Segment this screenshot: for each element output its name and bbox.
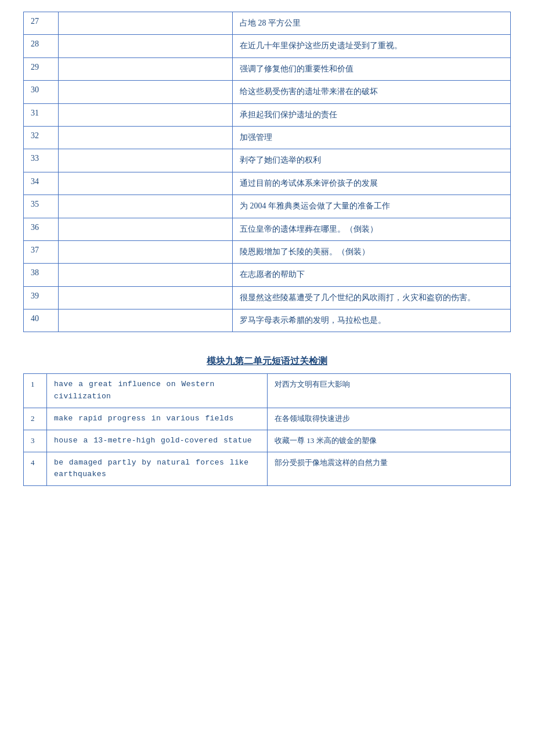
row-number: 40 — [24, 309, 59, 332]
main-table: 27占地 28 平方公里28在近几十年里保护这些历史遗址受到了重视。29强调了修… — [23, 12, 511, 332]
table-row: 40罗马字母表示希腊的发明，马拉松也是。 — [24, 309, 511, 332]
table-row: 33剥夺了她们选举的权利 — [24, 149, 511, 172]
row-english — [59, 35, 233, 57]
phrase-row-english: have a great influence on Western civili… — [47, 374, 268, 408]
phrase-row-chinese: 对西方文明有巨大影响 — [268, 374, 511, 408]
phrase-row-number: 4 — [24, 452, 47, 486]
row-chinese: 强调了修复他们的重要性和价值 — [233, 57, 511, 80]
row-chinese: 很显然这些陵墓遭受了几个世纪的风吹雨打，火灾和盗窃的伤害。 — [233, 286, 511, 309]
table-row: 31承担起我们保护遗址的责任 — [24, 103, 511, 126]
row-number: 38 — [24, 264, 59, 286]
row-chinese: 占地 28 平方公里 — [233, 12, 511, 35]
row-english — [59, 264, 233, 286]
row-number: 32 — [24, 126, 59, 149]
phrase-row: 2make rapid progress in various fields在各… — [24, 408, 511, 430]
table-row: 35为 2004 年雅典奥运会做了大量的准备工作 — [24, 195, 511, 218]
row-chinese: 罗马字母表示希腊的发明，马拉松也是。 — [233, 309, 511, 332]
table-row: 38在志愿者的帮助下 — [24, 264, 511, 286]
row-chinese: 陵恩殿增加了长陵的美丽。（倒装） — [233, 240, 511, 263]
row-english — [59, 286, 233, 309]
phrase-row-english: house a 13-metre-high gold-covered statu… — [47, 430, 268, 452]
phrase-row-chinese: 收藏一尊 13 米高的镀金的塑像 — [268, 430, 511, 452]
phrase-row: 3house a 13-metre-high gold-covered stat… — [24, 430, 511, 452]
row-number: 27 — [24, 12, 59, 35]
section-title: 模块九第二单元短语过关检测 — [23, 355, 511, 368]
phrase-row-number: 2 — [24, 408, 47, 430]
table-row: 36五位皇帝的遗体埋葬在哪里。（倒装） — [24, 218, 511, 240]
row-number: 36 — [24, 218, 59, 240]
row-chinese: 给这些易受伤害的遗址带来潜在的破坏 — [233, 81, 511, 103]
row-number: 29 — [24, 57, 59, 80]
row-english — [59, 149, 233, 172]
row-english — [59, 218, 233, 240]
row-english — [59, 103, 233, 126]
table-row: 29强调了修复他们的重要性和价值 — [24, 57, 511, 80]
row-number: 37 — [24, 240, 59, 263]
row-english — [59, 12, 233, 35]
row-number: 35 — [24, 195, 59, 218]
table-row: 28在近几十年里保护这些历史遗址受到了重视。 — [24, 35, 511, 57]
row-english — [59, 172, 233, 195]
row-number: 30 — [24, 81, 59, 103]
phrase-row-chinese: 在各领域取得快速进步 — [268, 408, 511, 430]
row-chinese: 通过目前的考试体系来评价孩子的发展 — [233, 172, 511, 195]
row-english — [59, 57, 233, 80]
table-row: 39很显然这些陵墓遭受了几个世纪的风吹雨打，火灾和盗窃的伤害。 — [24, 286, 511, 309]
row-chinese: 在近几十年里保护这些历史遗址受到了重视。 — [233, 35, 511, 57]
table-row: 37陵恩殿增加了长陵的美丽。（倒装） — [24, 240, 511, 263]
table-row: 34通过目前的考试体系来评价孩子的发展 — [24, 172, 511, 195]
phrase-row-english: make rapid progress in various fields — [47, 408, 268, 430]
row-number: 33 — [24, 149, 59, 172]
row-number: 28 — [24, 35, 59, 57]
phrase-row: 4be damaged partly by natural forces lik… — [24, 452, 511, 486]
table-row: 32加强管理 — [24, 126, 511, 149]
row-chinese: 加强管理 — [233, 126, 511, 149]
row-english — [59, 240, 233, 263]
row-number: 34 — [24, 172, 59, 195]
phrase-table: 1have a great influence on Western civil… — [23, 373, 511, 486]
row-chinese: 承担起我们保护遗址的责任 — [233, 103, 511, 126]
phrase-row-english: be damaged partly by natural forces like… — [47, 452, 268, 486]
phrase-row-number: 1 — [24, 374, 47, 408]
phrase-row-chinese: 部分受损于像地震这样的自然力量 — [268, 452, 511, 486]
row-english — [59, 309, 233, 332]
row-chinese: 五位皇帝的遗体埋葬在哪里。（倒装） — [233, 218, 511, 240]
phrase-row-number: 3 — [24, 430, 47, 452]
row-english — [59, 81, 233, 103]
row-chinese: 剥夺了她们选举的权利 — [233, 149, 511, 172]
row-chinese: 在志愿者的帮助下 — [233, 264, 511, 286]
row-number: 39 — [24, 286, 59, 309]
row-number: 31 — [24, 103, 59, 126]
table-row: 27占地 28 平方公里 — [24, 12, 511, 35]
row-english — [59, 195, 233, 218]
phrase-row: 1have a great influence on Western civil… — [24, 374, 511, 408]
row-english — [59, 126, 233, 149]
table-row: 30给这些易受伤害的遗址带来潜在的破坏 — [24, 81, 511, 103]
row-chinese: 为 2004 年雅典奥运会做了大量的准备工作 — [233, 195, 511, 218]
